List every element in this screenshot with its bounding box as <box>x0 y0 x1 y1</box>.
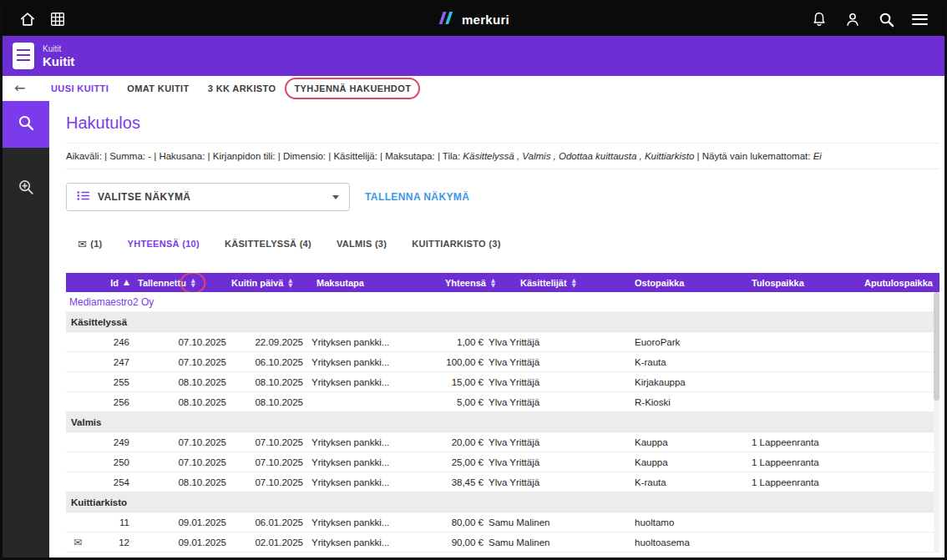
result-tab-kuittiarkisto-3[interactable]: KUITTIARKISTO (3) <box>412 239 500 249</box>
column-label: Ostopaikka <box>635 278 684 288</box>
cell-aux <box>863 532 939 552</box>
cell-id: 249 <box>89 432 133 452</box>
cell-outlet: 1 Lappeenranta <box>750 452 863 472</box>
table-row[interactable]: 1109.01.202506.01.2025Yrityksen pankki..… <box>66 512 939 532</box>
cell-shop: Kauppa <box>633 432 750 452</box>
view-select-dropdown[interactable]: VALITSE NÄKYMÄ <box>66 183 350 211</box>
nav-tab-uusi-kuitti[interactable]: UUSI KUITTI <box>51 83 109 93</box>
table-row[interactable]: ✉1209.01.202502.01.2025Yrityksen pankki.… <box>66 532 939 552</box>
result-tab-yhteens-10[interactable]: YHTEENSÄ (10) <box>128 239 200 249</box>
envelope-icon: ✉ <box>78 239 87 250</box>
cell-saved: 08.10.2025 <box>133 472 230 492</box>
menu-icon[interactable] <box>908 8 931 31</box>
cell-payment: Yrityksen pankki... <box>310 352 435 371</box>
cell-payment: Yrityksen pankki... <box>310 512 435 532</box>
home-icon[interactable] <box>16 8 39 31</box>
cell-unread <box>66 352 89 371</box>
nav-tab-omat-kuitit[interactable]: OMAT KUITIT <box>127 83 189 93</box>
save-view-link[interactable]: TALLENNA NÄKYMÄ <box>365 191 469 203</box>
column-header-id[interactable]: Id▲ <box>89 273 133 292</box>
bell-icon[interactable] <box>808 8 831 31</box>
column-header-payment: Maksutapa <box>310 273 435 292</box>
cell-payment: Yrityksen pankki... <box>310 332 435 351</box>
cell-id: 250 <box>89 452 133 472</box>
nav-tab-tyhjenn-hakuehdot[interactable]: TYHJENNÄ HAKUEHDOT <box>294 83 411 93</box>
cell-saved: 07.10.2025 <box>133 432 230 452</box>
table-row[interactable]: 25508.10.202508.10.2025Yrityksen pankki.… <box>66 372 939 392</box>
group-header-kuittiarkisto: Kuittiarkisto <box>66 492 939 512</box>
column-label: Yhteensä <box>445 278 486 288</box>
cell-unread <box>66 432 89 452</box>
column-label: Kuitin päivä <box>231 278 283 288</box>
sort-icon[interactable]: ▲▼ <box>572 278 576 288</box>
sidebar-advanced-search-button[interactable] <box>13 175 39 202</box>
brand-name: merkuri <box>462 13 509 27</box>
search-icon[interactable] <box>874 8 898 31</box>
cell-date: 07.10.2025 <box>230 432 310 452</box>
table-row[interactable]: 25608.10.202508.10.20255,00 €Ylva Yrittä… <box>66 392 939 412</box>
sort-down-icon: ▼ <box>491 283 495 288</box>
filter-summary: Aikaväli: | Summa: - | Hakusana: | Kirja… <box>66 143 939 169</box>
cell-unread <box>66 472 89 492</box>
topbar-left-icons <box>16 8 69 31</box>
cell-date: 06.01.2025 <box>230 512 310 532</box>
table-row[interactable]: 24907.10.202507.10.2025Yrityksen pankki.… <box>66 432 939 452</box>
sort-icon[interactable]: ▲▼ <box>191 278 195 288</box>
cell-aux <box>863 432 939 452</box>
list-icon <box>77 189 90 204</box>
column-header-date[interactable]: Kuitin päivä▲▼ <box>230 273 310 292</box>
result-tab-1[interactable]: ✉(1) <box>78 239 103 250</box>
table-row[interactable]: 25007.10.202507.10.2025Yrityksen pankki.… <box>66 452 939 472</box>
results-table: Id▲Tallennettu▲▼Kuitin päivä▲▼MaksutapaY… <box>66 273 939 552</box>
column-header-handlers[interactable]: Käsittelijät▲▼ <box>487 273 633 292</box>
result-tab-label: (1) <box>90 239 102 249</box>
sort-icon[interactable]: ▲ <box>124 279 129 286</box>
result-tab-label: YHTEENSÄ (10) <box>128 239 200 249</box>
sort-icon[interactable]: ▲▼ <box>288 278 292 288</box>
column-header-saved[interactable]: Tallennettu▲▼ <box>133 273 230 292</box>
cell-unread <box>66 392 89 411</box>
cell-outlet <box>750 332 863 351</box>
column-header-total[interactable]: Yhteensä▲▼ <box>435 273 487 292</box>
main-content: Hakutulos Aikaväli: | Summa: - | Hakusan… <box>49 101 944 557</box>
result-tab-valmis-3[interactable]: VALMIS (3) <box>337 239 387 249</box>
sidebar-search-button[interactable] <box>3 101 49 148</box>
cell-aux <box>863 372 939 391</box>
table-row[interactable]: 25408.10.202507.10.2025Yrityksen pankki.… <box>66 472 939 492</box>
cell-total: 15,00 € <box>435 372 487 391</box>
table-row[interactable]: 24607.10.202522.09.2025Yrityksen pankki.… <box>66 332 939 352</box>
back-arrow-icon[interactable]: ← <box>14 82 33 95</box>
search-plus-icon <box>17 178 35 199</box>
page-header: Kuitit Kuitit <box>3 36 944 76</box>
brand-logo-icon <box>438 10 456 29</box>
cell-outlet <box>750 352 863 371</box>
cell-total: 20,00 € <box>435 432 487 452</box>
sort-icon[interactable]: ▲▼ <box>491 278 495 288</box>
result-tab-k-sittelyss-4[interactable]: KÄSITTELYSSÄ (4) <box>225 239 311 249</box>
breadcrumb: Kuitit <box>43 44 74 54</box>
view-controls: VALITSE NÄKYMÄ TALLENNA NÄKYMÄ <box>66 183 939 211</box>
cell-handlers: Ylva Yrittäjä <box>487 432 633 452</box>
cell-shop: Kirjakauppa <box>633 372 750 391</box>
cell-date: 02.01.2025 <box>230 532 310 552</box>
cell-saved: 07.10.2025 <box>133 332 230 351</box>
sort-down-icon: ▼ <box>572 283 576 288</box>
table-header: Id▲Tallennettu▲▼Kuitin päivä▲▼MaksutapaY… <box>66 273 939 292</box>
nav-tab-3-kk-arkisto[interactable]: 3 KK ARKISTO <box>208 83 276 93</box>
sidebar <box>3 101 49 557</box>
view-select-label: VALITSE NÄKYMÄ <box>98 191 190 203</box>
cell-id: 255 <box>89 372 133 391</box>
cell-payment <box>310 392 435 411</box>
table-row[interactable]: 24707.10.202506.10.2025Yrityksen pankki.… <box>66 352 939 372</box>
cell-saved: 08.10.2025 <box>133 372 230 391</box>
apps-grid-icon[interactable] <box>46 8 69 31</box>
scrollbar-thumb[interactable] <box>934 292 939 401</box>
user-icon[interactable] <box>841 8 864 31</box>
cell-outlet: 1 Lappeenranta <box>750 472 863 492</box>
page-title: Hakutulos <box>66 113 939 133</box>
cell-total: 90,00 € <box>435 532 487 552</box>
cell-date: 08.10.2025 <box>230 372 310 391</box>
table-scrollbar[interactable] <box>934 292 939 552</box>
column-label: Id <box>110 278 119 288</box>
cell-handlers: Ylva Yrittäjä <box>487 372 633 391</box>
